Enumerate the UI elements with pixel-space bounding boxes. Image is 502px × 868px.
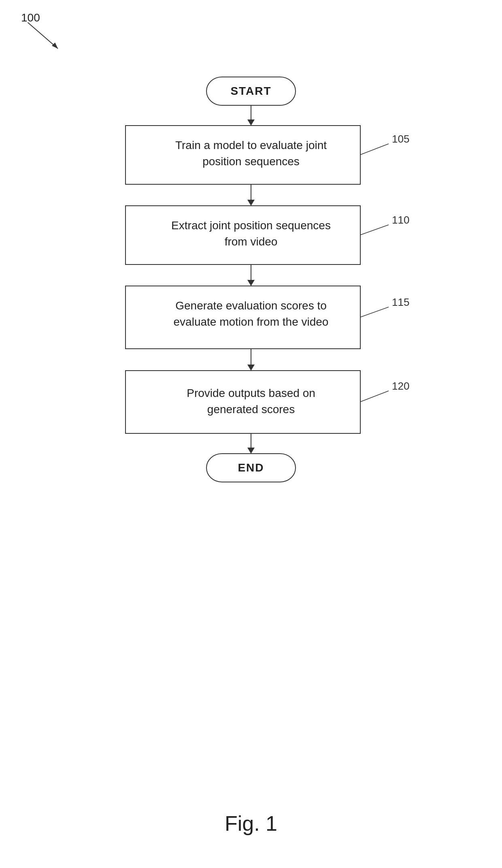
svg-line-10	[360, 225, 389, 235]
step-115-text-line1: Generate evaluation scores to	[175, 299, 327, 312]
start-label: START	[230, 85, 271, 97]
step-110-text-line1: Extract joint position sequences	[171, 219, 331, 232]
step-120-text-line1: Provide outputs based on	[187, 387, 315, 399]
svg-marker-1	[52, 43, 58, 49]
step-105-text-line2: position sequences	[202, 155, 300, 168]
end-label: END	[238, 461, 264, 474]
flowchart-svg: START Train a model to evaluate joint po…	[0, 57, 502, 859]
svg-marker-4	[247, 119, 255, 126]
svg-marker-8	[247, 200, 255, 206]
ref-105-label: 105	[392, 133, 409, 145]
svg-marker-16	[247, 365, 255, 371]
svg-rect-17	[126, 371, 360, 433]
svg-marker-12	[247, 280, 255, 286]
step-120-text-line2: generated scores	[207, 403, 295, 416]
svg-marker-20	[247, 448, 255, 454]
step-110-text-line2: from video	[225, 235, 278, 248]
ref-110-label: 110	[392, 214, 409, 226]
figure-label: Fig. 1	[225, 811, 277, 836]
step-105-text-line1: Train a model to evaluate joint	[175, 139, 327, 151]
ref-120-label: 120	[392, 380, 409, 392]
diagram-container: 100 START Train a model to evaluate join…	[0, 0, 502, 868]
ref-100-arrow	[28, 22, 64, 55]
svg-line-6	[360, 144, 389, 155]
svg-line-18	[360, 391, 389, 402]
svg-line-14	[360, 307, 389, 317]
ref-115-label: 115	[392, 296, 409, 308]
step-115-text-line2: evaluate motion from the video	[174, 316, 329, 328]
